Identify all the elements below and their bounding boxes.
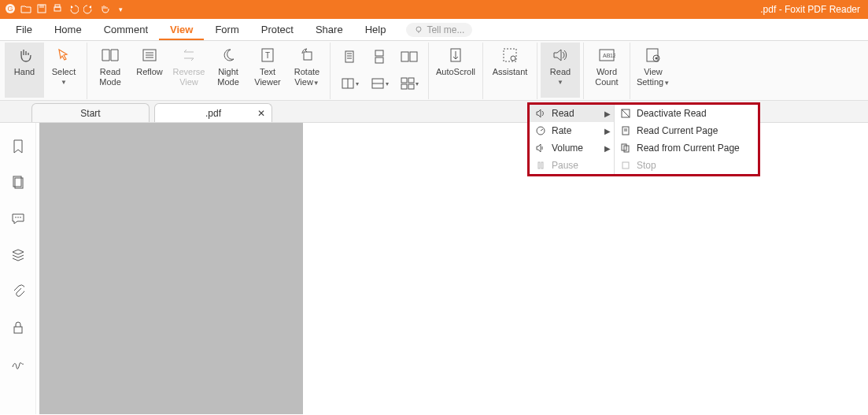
hand-button[interactable]: Hand (5, 43, 44, 98)
word-count-icon: AB12 (597, 46, 616, 65)
text-viewer-icon: T (258, 46, 277, 65)
tab-document[interactable]: .pdf ✕ (154, 103, 272, 122)
deactivate-icon (619, 107, 632, 120)
signatures-icon[interactable] (10, 356, 26, 372)
bookmarks-icon[interactable] (10, 139, 26, 154)
read-mode-button[interactable]: ReadMode (90, 43, 130, 98)
read-menu-volume[interactable]: Volume ▶ (530, 139, 614, 157)
menu-form[interactable]: Form (204, 19, 249, 40)
document-page[interactable] (39, 123, 303, 414)
svg-text:12: 12 (610, 53, 615, 58)
view-setting-button[interactable]: ViewSetting▼ (633, 43, 673, 98)
svg-rect-14 (375, 57, 383, 63)
comments-icon[interactable] (10, 211, 26, 227)
menu-file[interactable]: File (5, 19, 43, 40)
menu-protect[interactable]: Protect (250, 19, 305, 40)
svg-rect-15 (401, 52, 408, 61)
tab-document-label: .pdf (205, 108, 221, 119)
read-mode-label: ReadMode (99, 67, 121, 87)
night-mode-button[interactable]: NightMode (209, 43, 248, 98)
svg-point-38 (20, 217, 21, 218)
undo-icon[interactable] (68, 3, 79, 17)
select-button[interactable]: Select ▼ (44, 43, 83, 98)
save-icon[interactable] (36, 3, 47, 17)
read-submenu-from[interactable]: Read from Current Page (615, 139, 758, 157)
svg-text:G: G (7, 5, 13, 13)
tell-me-search[interactable]: Tell me... (406, 23, 472, 37)
read-button[interactable]: Read ▼ (541, 43, 580, 98)
read-page-icon (619, 124, 632, 137)
menu-help[interactable]: Help (354, 19, 397, 40)
view-setting-label: ViewSetting▼ (637, 67, 670, 88)
read-menu-container: Read ▶ Rate ▶ Volume ▶ Pause Deactivate … (527, 102, 760, 176)
svg-rect-23 (401, 84, 407, 89)
print-icon[interactable] (52, 3, 63, 17)
svg-rect-48 (622, 162, 629, 169)
rotate-view-button[interactable]: RotateView▼ (287, 43, 327, 98)
svg-point-33 (656, 57, 658, 60)
read-submenu-from-label: Read from Current Page (637, 143, 740, 154)
menu-view[interactable]: View (159, 19, 204, 40)
fit-page-icon[interactable]: ▾ (398, 74, 420, 93)
continuous-icon[interactable] (368, 47, 390, 66)
svg-rect-11 (304, 52, 312, 60)
svg-point-37 (17, 217, 19, 218)
read-submenu-current[interactable]: Read Current Page (615, 122, 758, 139)
menu-bar: File Home Comment View Form Protect Shar… (0, 19, 868, 41)
read-menu-rate[interactable]: Rate ▶ (530, 122, 614, 139)
attachments-icon[interactable] (10, 283, 26, 299)
security-icon[interactable] (10, 320, 26, 335)
text-viewer-button[interactable]: T TextViewer (248, 43, 287, 98)
hand-qat-icon[interactable] (99, 3, 110, 17)
assistant-button[interactable]: Assistant (486, 43, 534, 98)
ribbon: Hand Select ▼ ReadMode Reflow ReverseVie… (0, 41, 868, 101)
reverse-view-button[interactable]: ReverseView (169, 43, 209, 98)
menu-home[interactable]: Home (43, 19, 93, 40)
tab-close-icon[interactable]: ✕ (257, 108, 265, 119)
hand-icon (15, 46, 34, 65)
text-viewer-label: TextViewer (254, 67, 280, 87)
reflow-label: Reflow (136, 67, 163, 77)
night-mode-icon (219, 46, 238, 65)
layout-opt-icon[interactable]: ▾ (338, 74, 360, 93)
qat-dropdown-icon[interactable]: ▾ (115, 4, 126, 15)
svg-rect-5 (55, 5, 60, 7)
quick-access-toolbar: G ▾ (5, 3, 126, 17)
reverse-view-label: ReverseView (173, 67, 205, 87)
svg-point-6 (416, 27, 421, 31)
tab-start[interactable]: Start (31, 103, 150, 122)
word-count-button[interactable]: AB12 WordCount (587, 43, 626, 98)
reverse-view-icon (179, 46, 198, 65)
fit-width-icon[interactable]: ▾ (368, 74, 390, 93)
word-count-label: WordCount (595, 67, 618, 87)
app-logo-icon: G (5, 3, 16, 17)
svg-rect-24 (408, 84, 414, 89)
redo-icon[interactable] (83, 3, 94, 17)
facing-icon[interactable] (398, 47, 420, 66)
menu-comment[interactable]: Comment (93, 19, 159, 40)
read-menu-read[interactable]: Read ▶ (530, 105, 614, 122)
read-submenu: Deactivate Read Read Current Page Read f… (615, 105, 758, 174)
open-icon[interactable] (20, 3, 31, 17)
menu-share[interactable]: Share (305, 19, 354, 40)
read-label: Read (550, 67, 571, 77)
pages-icon[interactable] (10, 175, 26, 191)
submenu-arrow-icon: ▶ (604, 127, 611, 135)
title-bar: G ▾ .pdf - Foxit PDF Reader (0, 0, 868, 19)
svg-point-36 (15, 217, 17, 218)
svg-rect-22 (408, 78, 414, 83)
rotate-view-icon (297, 46, 316, 65)
svg-rect-13 (375, 50, 383, 56)
autoscroll-button[interactable]: AutoScroll (432, 43, 479, 98)
read-menu-pause: Pause (530, 157, 614, 174)
speaker-icon (534, 107, 547, 120)
read-submenu-deactivate[interactable]: Deactivate Read (615, 105, 758, 122)
layers-icon[interactable] (10, 247, 26, 263)
single-page-icon[interactable] (338, 47, 360, 66)
read-menu: Read ▶ Rate ▶ Volume ▶ Pause (530, 105, 615, 174)
read-submenu-current-label: Read Current Page (637, 125, 718, 136)
select-icon (54, 46, 73, 65)
read-speaker-icon (551, 46, 570, 65)
reflow-button[interactable]: Reflow (130, 43, 169, 98)
read-submenu-stop-label: Stop (637, 160, 656, 171)
